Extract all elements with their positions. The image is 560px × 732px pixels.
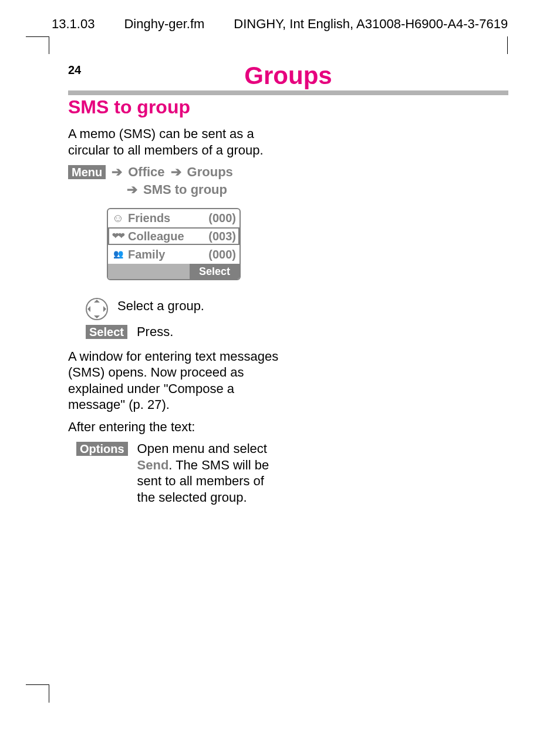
menu-pill: Menu <box>68 165 106 179</box>
breadcrumb-level2: Groups <box>187 164 233 180</box>
softkey-left <box>108 264 190 279</box>
crop-mark <box>49 36 49 54</box>
group-count: (000) <box>208 247 236 262</box>
send-label: Send <box>137 458 169 472</box>
softkey-bar: Select <box>108 264 239 279</box>
page-number: 24 <box>68 63 81 77</box>
group-name: Friends <box>124 211 208 226</box>
smiley-icon: ☺ <box>112 211 124 226</box>
options-text-prefix: Open menu and select <box>137 441 267 456</box>
instruction-text: Open menu and select Send. The SMS will … <box>137 441 279 505</box>
instruction-row: Select a group. <box>68 298 279 320</box>
paragraph: After entering the text: <box>68 419 279 435</box>
doc-filename: Dinghy-ger.fm <box>124 16 204 32</box>
chapter-title: Groups <box>68 63 508 88</box>
page: 13.1.03 Dinghy-ger.fm DINGHY, Int Englis… <box>0 0 560 732</box>
select-pill: Select <box>86 325 127 339</box>
softkey-right: Select <box>190 264 239 279</box>
list-item: ❤︎❤︎ Colleague (003) <box>108 227 239 246</box>
instruction-text: Press. <box>137 324 279 340</box>
phone-screen: ☺ Friends (000) ❤︎❤︎ Colleague (003) 👥 F… <box>107 208 241 280</box>
crop-mark <box>507 36 508 54</box>
breadcrumb-level1: Office <box>128 164 164 180</box>
doc-date: 13.1.03 <box>52 16 95 32</box>
arrow-icon: ➔ <box>171 164 181 180</box>
hearts-icon: ❤︎❤︎ <box>112 231 124 241</box>
crop-mark <box>26 684 49 685</box>
people-icon: 👥 <box>112 249 124 260</box>
instruction-row: Select Press. <box>86 324 279 340</box>
content: SMS to group A memo (SMS) can be sent as… <box>68 95 279 509</box>
doc-header: 13.1.03 Dinghy-ger.fm DINGHY, Int Englis… <box>52 16 508 32</box>
options-pill: Options <box>76 442 128 456</box>
breadcrumb: Menu ➔ Office ➔ Groups ➔ SMS to group <box>68 164 279 197</box>
group-name: Family <box>124 247 208 262</box>
section-title: SMS to group <box>68 95 279 119</box>
paragraph: A window for entering text messages (SMS… <box>68 348 279 413</box>
list-item: 👥 Family (000) <box>108 246 239 264</box>
doc-id: DINGHY, Int English, A31008-H6900-A4-3-7… <box>234 16 508 32</box>
crop-mark <box>26 36 49 37</box>
group-count: (000) <box>208 211 236 226</box>
breadcrumb-level3: SMS to group <box>143 182 227 198</box>
arrow-icon: ➔ <box>127 182 137 198</box>
list-item: ☺ Friends (000) <box>108 209 239 227</box>
intro-paragraph: A memo (SMS) can be sent as a circular t… <box>68 126 279 158</box>
header-rule <box>68 90 508 95</box>
crop-mark <box>49 685 49 703</box>
group-name: Colleague <box>124 229 208 244</box>
group-count: (003) <box>208 229 236 244</box>
arrow-icon: ➔ <box>112 164 122 180</box>
page-header: 24 Groups <box>68 63 508 95</box>
instruction-row: Options Open menu and select Send. The S… <box>76 441 279 505</box>
nav-key-icon <box>86 298 108 320</box>
instruction-text: Select a group. <box>117 298 279 314</box>
